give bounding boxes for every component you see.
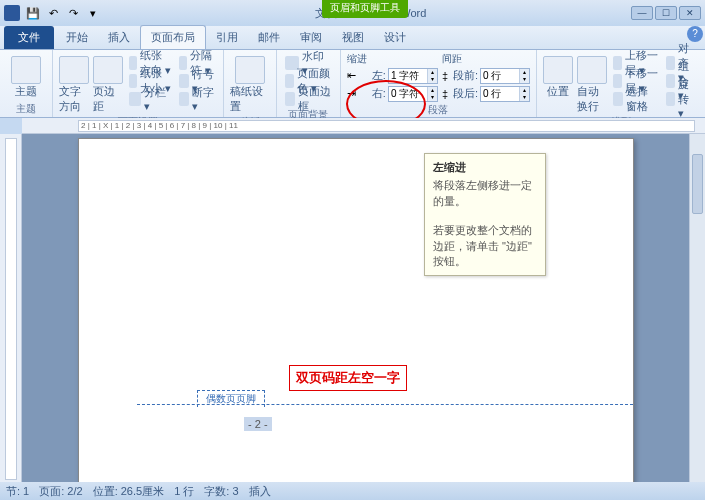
spinner-up-icon[interactable]: ▴ bbox=[519, 69, 529, 76]
spacing-after-spinner[interactable]: ▴▾ bbox=[480, 86, 530, 102]
quick-access-toolbar: 💾 ↶ ↷ ▾ bbox=[24, 4, 102, 22]
status-position[interactable]: 位置: 26.5厘米 bbox=[93, 484, 165, 499]
workspace: 左缩进 将段落左侧移进一定的量。 若要更改整个文档的边距，请单击 "边距" 按钮… bbox=[0, 134, 705, 484]
selection-pane-button[interactable]: 选择窗格 bbox=[611, 90, 660, 107]
page-borders-button[interactable]: 页面边框 bbox=[283, 90, 334, 107]
spinner-up-icon[interactable]: ▴ bbox=[427, 69, 437, 76]
help-icon[interactable]: ? bbox=[687, 26, 703, 42]
group-paragraph: 缩进 ⇤ 左: ▴▾ ⇥ 右: ▴▾ 间距 ‡ 段前: ▴▾ bbox=[341, 50, 537, 117]
align-icon bbox=[666, 56, 675, 70]
indent-left-spinner[interactable]: ▴▾ bbox=[388, 68, 438, 84]
group-label-paragraph: 段落 bbox=[347, 102, 530, 118]
tab-references[interactable]: 引用 bbox=[206, 26, 248, 49]
contextual-tool-label: 页眉和页脚工具 bbox=[322, 0, 408, 18]
tab-home[interactable]: 开始 bbox=[56, 26, 98, 49]
group-themes: 主题 主题 bbox=[0, 50, 53, 117]
spacing-before-spinner[interactable]: ▴▾ bbox=[480, 68, 530, 84]
spinner-down-icon[interactable]: ▾ bbox=[519, 76, 529, 83]
indent-left-input[interactable] bbox=[389, 70, 427, 81]
horizontal-ruler[interactable]: 2 | 1 | X | 1 | 2 | 3 | 4 | 5 | 6 | 7 | … bbox=[22, 118, 705, 134]
breaks-icon bbox=[179, 56, 187, 70]
spacing-after-icon: ‡ bbox=[442, 88, 448, 100]
status-page[interactable]: 页面: 2/2 bbox=[39, 484, 82, 499]
page-number-text[interactable]: - 2 - bbox=[244, 417, 272, 431]
page-borders-icon bbox=[285, 92, 296, 106]
spacing-before-input[interactable] bbox=[481, 70, 519, 81]
hyphenation-icon bbox=[179, 92, 189, 106]
qat-more-icon[interactable]: ▾ bbox=[84, 4, 102, 22]
footer-boundary-line bbox=[137, 404, 633, 405]
indent-title: 缩进 bbox=[347, 52, 438, 66]
send-backward-icon bbox=[613, 74, 622, 88]
group-manuscript: 稿纸设置 稿纸 bbox=[224, 50, 277, 117]
orientation-icon bbox=[129, 56, 137, 70]
indent-right-row: ⇥ 右: ▴▾ bbox=[347, 85, 438, 102]
hyphenation-label: 断字 ▾ bbox=[192, 85, 214, 113]
close-button[interactable]: ✕ bbox=[679, 6, 701, 20]
text-direction-button[interactable]: 文字方向 bbox=[59, 52, 89, 114]
tooltip: 左缩进 将段落左侧移进一定的量。 若要更改整个文档的边距，请单击 "边距" 按钮… bbox=[424, 153, 546, 276]
columns-label: 分栏 ▾ bbox=[144, 85, 171, 113]
tab-view[interactable]: 视图 bbox=[332, 26, 374, 49]
wrap-text-icon bbox=[577, 56, 607, 84]
position-icon bbox=[543, 56, 573, 84]
tab-insert[interactable]: 插入 bbox=[98, 26, 140, 49]
rotate-button[interactable]: 旋转 ▾ bbox=[664, 90, 699, 107]
tab-design-context[interactable]: 设计 bbox=[374, 26, 416, 49]
bring-forward-icon bbox=[613, 56, 622, 70]
tooltip-body2: 若要更改整个文档的边距，请单击 "边距" 按钮。 bbox=[433, 223, 537, 269]
status-section[interactable]: 节: 1 bbox=[6, 484, 29, 499]
status-insert-mode[interactable]: 插入 bbox=[249, 484, 271, 499]
size-icon bbox=[129, 74, 137, 88]
manuscript-icon bbox=[235, 56, 265, 84]
spinner-up-icon[interactable]: ▴ bbox=[519, 87, 529, 94]
hyphenation-button[interactable]: 断字 ▾ bbox=[177, 90, 216, 107]
columns-button[interactable]: 分栏 ▾ bbox=[127, 90, 173, 107]
indent-right-input[interactable] bbox=[389, 88, 427, 99]
vertical-ruler[interactable] bbox=[0, 134, 22, 484]
tab-review[interactable]: 审阅 bbox=[290, 26, 332, 49]
minimize-button[interactable]: — bbox=[631, 6, 653, 20]
status-line[interactable]: 1 行 bbox=[174, 484, 194, 499]
file-tab[interactable]: 文件 bbox=[4, 26, 54, 49]
tab-mailings[interactable]: 邮件 bbox=[248, 26, 290, 49]
margins-icon bbox=[93, 56, 123, 84]
ruler-scale: 2 | 1 | X | 1 | 2 | 3 | 4 | 5 | 6 | 7 | … bbox=[78, 120, 695, 132]
tab-page-layout[interactable]: 页面布局 bbox=[140, 25, 206, 49]
tooltip-title: 左缩进 bbox=[433, 160, 537, 175]
save-icon[interactable]: 💾 bbox=[24, 4, 42, 22]
undo-icon[interactable]: ↶ bbox=[44, 4, 62, 22]
margins-button[interactable]: 页边距 bbox=[93, 52, 123, 114]
document-page[interactable]: 左缩进 将段落左侧移进一定的量。 若要更改整个文档的边距，请单击 "边距" 按钮… bbox=[78, 138, 634, 484]
spinner-up-icon[interactable]: ▴ bbox=[427, 87, 437, 94]
page-color-icon bbox=[285, 74, 294, 88]
spacing-after-input[interactable] bbox=[481, 88, 519, 99]
margins-label: 页边距 bbox=[93, 84, 123, 114]
spinner-down-icon[interactable]: ▾ bbox=[427, 76, 437, 83]
manuscript-button[interactable]: 稿纸设置 bbox=[230, 52, 270, 114]
window-controls: — ☐ ✕ bbox=[631, 6, 701, 20]
indent-right-spinner[interactable]: ▴▾ bbox=[388, 86, 438, 102]
ruler-v-scale bbox=[5, 138, 17, 480]
themes-button[interactable]: 主题 bbox=[6, 52, 46, 99]
wrap-text-button[interactable]: 自动换行 bbox=[577, 52, 607, 114]
spacing-after-row: ‡ 段后: ▴▾ bbox=[442, 85, 530, 102]
vertical-scrollbar[interactable] bbox=[689, 134, 705, 484]
app-icon bbox=[4, 5, 20, 21]
maximize-button[interactable]: ☐ bbox=[655, 6, 677, 20]
group-arrange: 位置 自动换行 上移一层 ▾ 下移一层 ▾ 选择窗格 对齐 ▾ 组合 ▾ 旋转 … bbox=[537, 50, 705, 117]
group-page-background: 水印 ▾ 页面颜色 ▾ 页面边框 页面背景 bbox=[277, 50, 341, 117]
spacing-after-label: 段后: bbox=[450, 86, 478, 101]
wrap-text-label: 自动换行 bbox=[577, 84, 607, 114]
position-button[interactable]: 位置 bbox=[543, 52, 573, 99]
redo-icon[interactable]: ↷ bbox=[64, 4, 82, 22]
scrollbar-thumb[interactable] bbox=[692, 154, 703, 214]
group-label-themes: 主题 bbox=[6, 101, 46, 117]
indent-left-row: ⇤ 左: ▴▾ bbox=[347, 67, 438, 84]
spinner-down-icon[interactable]: ▾ bbox=[519, 94, 529, 101]
status-word-count[interactable]: 字数: 3 bbox=[204, 484, 238, 499]
spinner-down-icon[interactable]: ▾ bbox=[427, 94, 437, 101]
red-annotation-box: 双页码距左空一字 bbox=[289, 365, 407, 391]
document-area[interactable]: 左缩进 将段落左侧移进一定的量。 若要更改整个文档的边距，请单击 "边距" 按钮… bbox=[22, 134, 705, 484]
spacing-before-label: 段前: bbox=[450, 68, 478, 83]
